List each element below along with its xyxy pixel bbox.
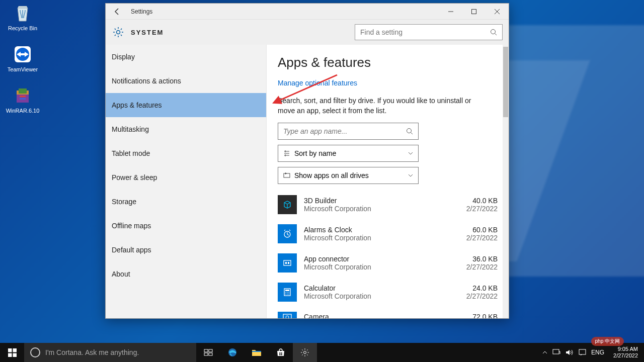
app-name: Camera: [304, 313, 465, 318]
sidebar-item-notifications[interactable]: Notifications & actions: [106, 69, 266, 93]
sidebar-item-multitasking[interactable]: Multitasking: [106, 117, 266, 141]
svg-point-22: [285, 294, 286, 295]
sidebar: Display Notifications & actions Apps & f…: [106, 45, 267, 318]
sidebar-item-tablet-mode[interactable]: Tablet mode: [106, 141, 266, 165]
gear-icon: [112, 26, 125, 39]
tray-time: 9:05 AM: [613, 346, 638, 352]
tray-chevron-icon[interactable]: [542, 351, 547, 354]
svg-point-23: [287, 294, 288, 295]
tray-network-icon[interactable]: [552, 349, 560, 356]
search-icon: [490, 29, 497, 36]
app-row-3d-builder[interactable]: 3D BuilderMicrosoft Corporation 40.0 KB2…: [278, 190, 498, 219]
tray-clock[interactable]: 9:05 AM 2/27/2022: [609, 346, 642, 359]
taskbar-edge[interactable]: [220, 343, 245, 362]
app-row-camera[interactable]: Camera 72.0 KB: [278, 307, 498, 318]
close-button[interactable]: [486, 4, 509, 20]
app-date: 2/27/2022: [466, 292, 498, 300]
app-search-input[interactable]: [283, 127, 406, 135]
svg-rect-38: [279, 352, 281, 354]
app-icon: [278, 224, 297, 243]
app-icon: [278, 283, 297, 302]
sidebar-item-storage[interactable]: Storage: [106, 190, 266, 214]
tray-volume-icon[interactable]: [566, 349, 574, 356]
app-row-calculator[interactable]: CalculatorMicrosoft Corporation 24.0 KB2…: [278, 278, 498, 307]
taskbar: I'm Cortana. Ask me anything. ENG 9:05 A…: [0, 343, 644, 362]
cortana-search[interactable]: I'm Cortana. Ask me anything.: [24, 343, 196, 362]
app-name: App connector: [304, 255, 459, 263]
sidebar-item-offline-maps[interactable]: Offline maps: [106, 214, 266, 238]
desktop-icon-label: Recycle Bin: [8, 25, 37, 31]
app-publisher: Microsoft Corporation: [304, 205, 459, 213]
page-description: Search, sort, and filter by drive. If yo…: [278, 96, 489, 116]
sort-label: Sort by name: [294, 149, 404, 157]
app-row-app-connector[interactable]: App connectorMicrosoft Corporation 36.0 …: [278, 248, 498, 278]
desktop-icon-label: TeamViewer: [8, 66, 38, 72]
svg-point-26: [286, 316, 289, 318]
chevron-down-icon: [408, 174, 413, 177]
sidebar-item-default-apps[interactable]: Default apps: [106, 238, 266, 262]
cortana-placeholder: I'm Cortana. Ask me anything.: [45, 348, 139, 356]
sidebar-item-apps-features[interactable]: Apps & features: [106, 93, 266, 117]
app-name: Calculator: [304, 284, 459, 292]
taskbar-store[interactable]: [269, 343, 293, 362]
minimize-button[interactable]: [439, 4, 462, 20]
svg-rect-32: [204, 349, 208, 352]
start-button[interactable]: [0, 343, 24, 362]
svg-rect-14: [284, 260, 291, 265]
maximize-button[interactable]: [462, 4, 486, 20]
app-row-alarms-clock[interactable]: Alarms & ClockMicrosoft Corporation 60.0…: [278, 219, 498, 248]
app-name: 3D Builder: [304, 197, 459, 205]
svg-point-21: [288, 292, 289, 293]
app-date: 2/27/2022: [466, 263, 498, 271]
find-setting-search[interactable]: [355, 24, 503, 40]
app-icon: [278, 195, 297, 214]
scrollbar[interactable]: [503, 45, 509, 318]
svg-rect-2: [20, 53, 25, 55]
recycle-bin-icon: [12, 2, 34, 24]
desktop-icon-winrar[interactable]: WinRAR.6.10: [2, 83, 43, 115]
taskbar-task-view[interactable]: [196, 343, 220, 362]
system-tray: ENG 9:05 AM 2/27/2022: [542, 343, 644, 362]
app-size: 72.0 KB: [472, 313, 498, 318]
find-setting-input[interactable]: [360, 28, 490, 36]
chevron-down-icon: [408, 152, 413, 155]
svg-rect-16: [288, 262, 289, 264]
sidebar-item-power-sleep[interactable]: Power & sleep: [106, 165, 266, 190]
app-publisher: Microsoft Corporation: [304, 263, 459, 271]
svg-rect-43: [553, 349, 559, 354]
svg-rect-33: [209, 349, 212, 352]
svg-rect-29: [13, 348, 17, 352]
page-heading: Apps & features: [278, 55, 498, 70]
sort-icon: [283, 150, 290, 157]
svg-rect-35: [209, 353, 212, 355]
app-icon: [278, 253, 297, 273]
tray-language[interactable]: ENG: [591, 349, 604, 356]
back-button[interactable]: [106, 4, 129, 20]
app-name: Alarms & Clock: [304, 226, 459, 234]
taskbar-settings[interactable]: [293, 343, 317, 362]
sort-dropdown[interactable]: Sort by name: [278, 145, 419, 162]
filter-dropdown[interactable]: Show apps on all drives: [278, 167, 419, 184]
taskbar-file-explorer[interactable]: [245, 343, 269, 362]
svg-rect-34: [204, 353, 208, 355]
desktop-icon-label: WinRAR.6.10: [6, 108, 40, 114]
filter-label: Show apps on all drives: [294, 171, 404, 179]
app-search-box[interactable]: [278, 123, 419, 140]
svg-rect-15: [285, 262, 287, 264]
desktop-icon-teamviewer[interactable]: TeamViewer: [2, 42, 43, 73]
app-size: 36.0 KB: [466, 255, 498, 263]
desktop-icon-recycle-bin[interactable]: Recycle Bin: [2, 1, 43, 32]
svg-point-19: [285, 292, 286, 293]
svg-rect-30: [8, 353, 12, 357]
manage-optional-features-link[interactable]: Manage optional features: [278, 79, 357, 87]
drive-icon: [283, 172, 290, 179]
svg-rect-31: [13, 353, 17, 357]
sidebar-item-display[interactable]: Display: [106, 45, 266, 69]
app-size: 24.0 KB: [466, 284, 498, 292]
svg-rect-41: [281, 354, 283, 355]
svg-point-9: [117, 31, 120, 34]
watermark-badge: php 中文网: [591, 337, 624, 346]
tray-date: 2/27/2022: [613, 352, 638, 359]
tray-notifications-icon[interactable]: [579, 349, 586, 356]
sidebar-item-about[interactable]: About: [106, 262, 266, 286]
